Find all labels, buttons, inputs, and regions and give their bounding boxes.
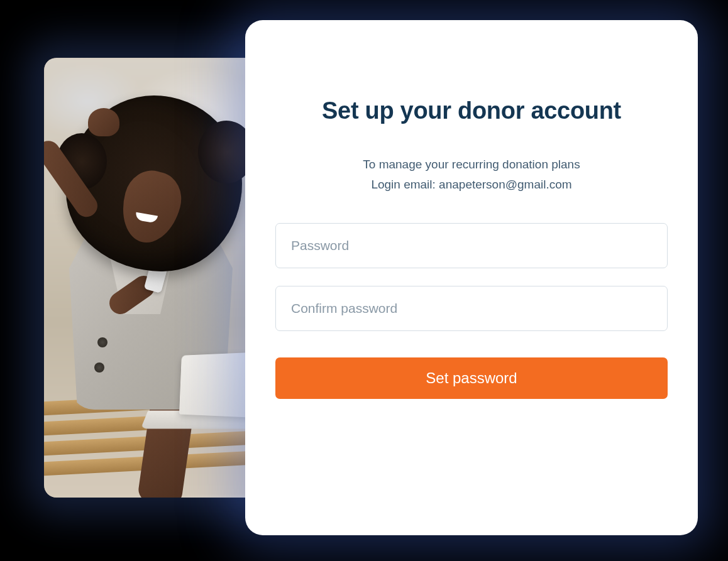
form-subtitle: To manage your recurring donation plans …: [275, 155, 668, 195]
confirm-password-input[interactable]: [275, 286, 668, 331]
hero-photo: [44, 58, 264, 498]
login-email: anapeterson@gmail.com: [439, 178, 572, 191]
form-title: Set up your donor account: [275, 97, 668, 124]
account-setup-card: Set up your donor account To manage your…: [245, 20, 698, 535]
password-input[interactable]: [275, 223, 668, 268]
subtitle-line-1: To manage your recurring donation plans: [363, 158, 580, 171]
subtitle-email-prefix: Login email:: [371, 178, 439, 191]
set-password-button[interactable]: Set password: [275, 357, 668, 399]
